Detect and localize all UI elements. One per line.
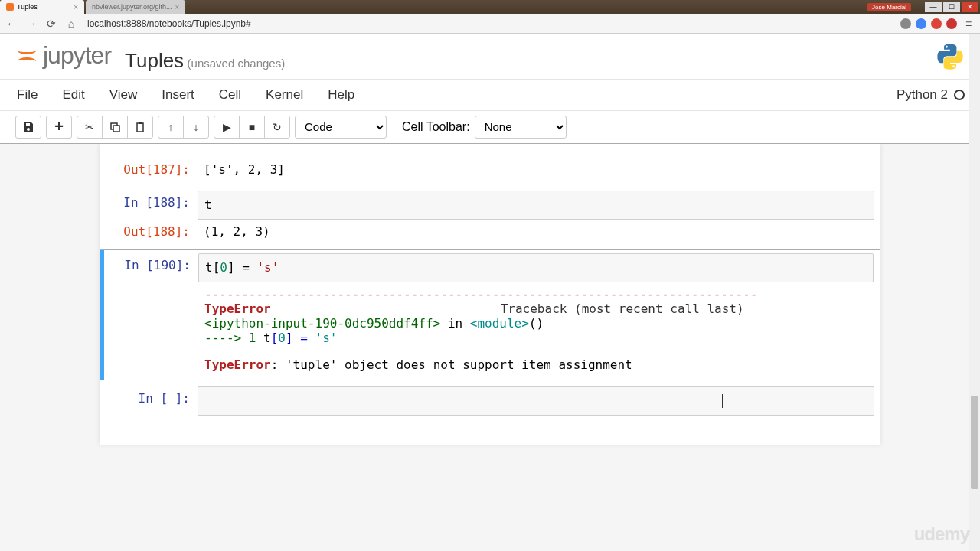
kernel-indicator: Python 2 bbox=[887, 87, 965, 103]
reload-button[interactable]: ⟳ bbox=[44, 17, 58, 31]
output-prompt: Out[188]: bbox=[106, 220, 198, 243]
menu-file[interactable]: File bbox=[15, 84, 39, 106]
scrollbar[interactable] bbox=[969, 34, 980, 551]
url-input[interactable]: localhost:8888/notebooks/Tuples.ipynb# bbox=[84, 17, 894, 31]
tab-title: Tuples bbox=[17, 3, 38, 11]
text-cursor-icon bbox=[722, 394, 723, 408]
jupyter-logo-text: jupyter bbox=[43, 41, 111, 70]
menu-cell[interactable]: Cell bbox=[217, 84, 243, 106]
jupyter-logo-icon bbox=[15, 44, 38, 67]
home-button[interactable]: ⌂ bbox=[64, 17, 78, 31]
window-minimize-button[interactable]: — bbox=[925, 2, 942, 12]
menu-edit[interactable]: Edit bbox=[60, 84, 86, 106]
paste-button[interactable] bbox=[127, 116, 153, 139]
extension-icon[interactable] bbox=[900, 18, 911, 29]
toolbar: + ✂ ↑ ↓ ▶ ■ ↻ Code Cell Toolbar: None bbox=[0, 111, 980, 144]
code-cell-selected[interactable]: In [190]: t[0] = 's' -------------------… bbox=[100, 249, 880, 380]
scrollbar-thumb[interactable] bbox=[971, 396, 978, 489]
error-output: ----------------------------------------… bbox=[198, 282, 874, 377]
tab-title: nbviewer.jupyter.org/gith... bbox=[92, 3, 172, 11]
code-input[interactable]: t bbox=[198, 191, 874, 220]
move-up-button[interactable]: ↑ bbox=[158, 116, 184, 139]
output-value: (1, 2, 3) bbox=[198, 220, 874, 243]
save-button[interactable] bbox=[15, 116, 41, 139]
menu-view[interactable]: View bbox=[108, 84, 139, 106]
svg-rect-2 bbox=[137, 123, 143, 132]
tab-favicon bbox=[6, 3, 14, 11]
kernel-status-icon bbox=[954, 90, 965, 100]
watermark: udemy bbox=[914, 523, 969, 545]
forward-button[interactable]: → bbox=[24, 17, 38, 31]
cell-toolbar-label: Cell Toolbar: bbox=[402, 120, 470, 134]
cell-toolbar-select[interactable]: None bbox=[475, 116, 567, 139]
menu-bar: File Edit View Insert Cell Kernel Help P… bbox=[0, 80, 980, 111]
cell-type-select[interactable]: Code bbox=[295, 116, 387, 139]
input-prompt: In [ ]: bbox=[106, 386, 198, 410]
input-prompt: In [190]: bbox=[106, 253, 198, 277]
browser-tab-active[interactable]: Tuples × bbox=[0, 0, 84, 14]
code-cell[interactable]: In [188]: t Out[188]: (1, 2, 3) bbox=[100, 187, 880, 246]
copy-button[interactable] bbox=[102, 116, 128, 139]
add-cell-button[interactable]: + bbox=[46, 116, 72, 139]
back-button[interactable]: ← bbox=[5, 17, 18, 31]
python-logo-icon bbox=[936, 42, 965, 71]
menu-kernel[interactable]: Kernel bbox=[264, 84, 305, 106]
code-input[interactable] bbox=[198, 386, 874, 416]
input-prompt: In [188]: bbox=[106, 191, 198, 214]
browser-menu-icon[interactable]: ≡ bbox=[962, 17, 975, 31]
notebook-header: jupyter Tuples (unsaved changes) bbox=[0, 34, 980, 80]
menu-insert[interactable]: Insert bbox=[160, 84, 196, 106]
window-close-button[interactable]: ✕ bbox=[962, 2, 978, 12]
svg-rect-3 bbox=[139, 122, 142, 124]
output-cell: Out[187]: ['s', 2, 3] bbox=[100, 155, 880, 184]
notebook-save-status: (unsaved changes) bbox=[188, 57, 286, 70]
tab-close-icon[interactable]: × bbox=[74, 3, 78, 11]
run-button[interactable]: ▶ bbox=[214, 116, 240, 139]
svg-rect-1 bbox=[113, 126, 119, 132]
cut-button[interactable]: ✂ bbox=[77, 116, 103, 139]
kernel-name: Python 2 bbox=[897, 87, 948, 103]
browser-titlebar: Tuples × nbviewer.jupyter.org/gith... × … bbox=[0, 0, 980, 14]
code-input[interactable]: t[0] = 's' bbox=[198, 253, 874, 282]
extension-icon[interactable] bbox=[931, 18, 942, 29]
restart-button[interactable]: ↻ bbox=[264, 116, 290, 139]
notebook-scroll-area[interactable]: Out[187]: ['s', 2, 3] In [188]: t Out[18… bbox=[0, 144, 980, 552]
output-value: ['s', 2, 3] bbox=[198, 158, 874, 181]
move-down-button[interactable]: ↓ bbox=[183, 116, 209, 139]
jupyter-logo[interactable]: jupyter bbox=[15, 41, 111, 70]
notebook-name[interactable]: Tuples bbox=[125, 49, 184, 72]
address-bar: ← → ⟳ ⌂ localhost:8888/notebooks/Tuples.… bbox=[0, 14, 980, 34]
code-cell-empty[interactable]: In [ ]: bbox=[100, 383, 880, 419]
tab-close-icon[interactable]: × bbox=[175, 3, 180, 11]
window-maximize-button[interactable]: ☐ bbox=[943, 2, 960, 12]
browser-tab-inactive[interactable]: nbviewer.jupyter.org/gith... × bbox=[86, 0, 185, 14]
extension-icon[interactable] bbox=[916, 18, 926, 29]
stop-button[interactable]: ■ bbox=[239, 116, 265, 139]
user-badge: Jose Marcial bbox=[867, 3, 911, 11]
menu-help[interactable]: Help bbox=[326, 84, 356, 106]
output-prompt: Out[187]: bbox=[106, 158, 198, 181]
extension-icon[interactable] bbox=[946, 18, 957, 29]
